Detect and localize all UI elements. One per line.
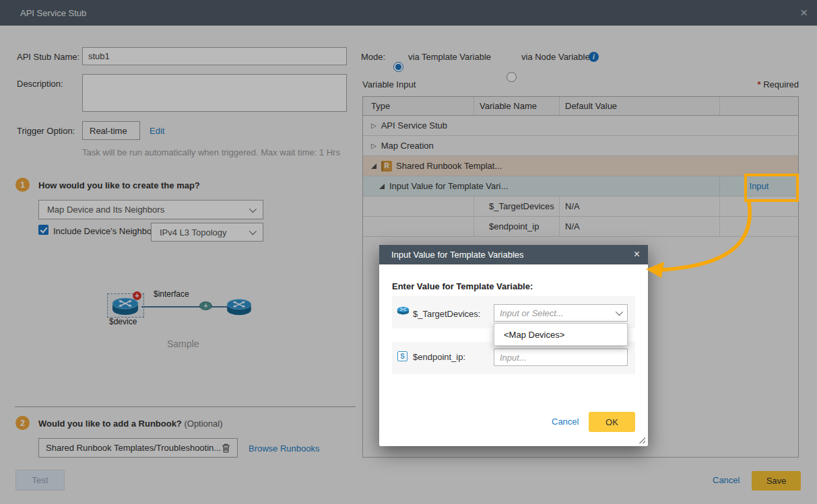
target-devices-dropdown: <Map Devices>: [494, 323, 628, 346]
modal-close-icon[interactable]: ×: [634, 248, 640, 260]
endpoint-ip-input[interactable]: [494, 349, 628, 366]
modal-heading: Enter Value for Template Variable:: [392, 281, 533, 291]
modal-titlebar: Input Value for Template Variables ×: [379, 245, 648, 264]
modal-ok-button[interactable]: OK: [589, 412, 635, 432]
resize-grip[interactable]: [638, 436, 645, 443]
target-devices-label: $_TargetDevices:: [413, 309, 480, 319]
input-value-modal: Input Value for Template Variables × Ent…: [379, 245, 648, 446]
modal-cancel-button[interactable]: Cancel: [552, 417, 579, 427]
endpoint-ip-label: $endpoint_ip:: [413, 352, 465, 362]
modal-title: Input Value for Template Variables: [391, 250, 524, 260]
device-type-icon: [397, 305, 410, 316]
api-service-stub-dialog: API Service Stub × API Stub Name: Descri…: [0, 0, 817, 504]
target-devices-combobox[interactable]: [494, 304, 628, 322]
dropdown-option-map-devices[interactable]: <Map Devices>: [494, 324, 627, 345]
string-type-icon: S: [397, 351, 407, 361]
